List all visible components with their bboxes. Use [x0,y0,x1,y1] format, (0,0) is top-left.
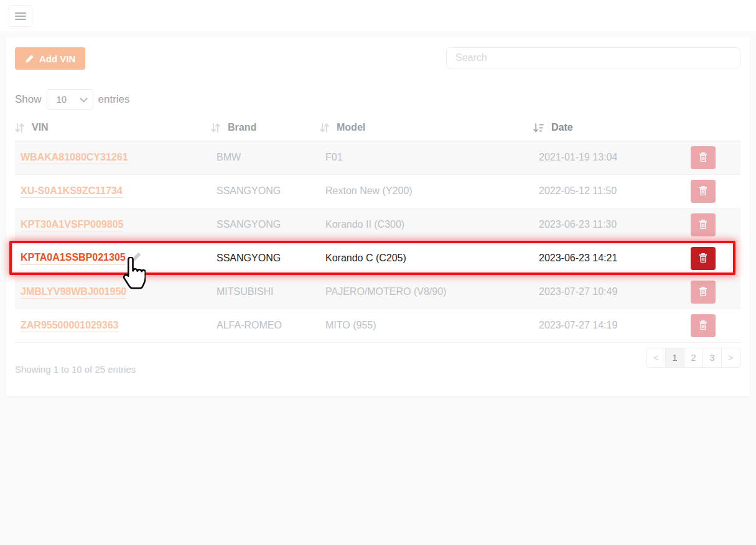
model-cell: Korando C (C205) [320,241,533,275]
brand-cell: ALFA-ROMEO [211,309,320,342]
delete-button[interactable] [691,281,716,304]
table-row: WBAKA81080CY31261 BMW F01 2021-01-19 13:… [15,141,740,174]
date-cell: 2023-07-27 10:49 [533,275,684,309]
column-header-brand[interactable]: Brand [211,115,320,141]
pagination-page-3[interactable]: 3 [702,348,722,368]
table-footer: Showing 1 to 10 of 25 entries < 1 2 3 > [15,348,740,375]
delete-button[interactable] [691,146,716,169]
column-label: Model [337,122,365,133]
vin-link[interactable]: ZAR95500001029363 [21,320,118,332]
vin-link[interactable]: JMBLYV98WBJ001950 [21,286,126,299]
pencil-icon [25,54,34,63]
table-row: XU-S0A1KS9ZC11734 SSANGYONG Rexton New (… [15,174,740,208]
trash-icon [699,185,707,197]
brand-cell: BMW [211,141,320,174]
column-label: Date [551,122,573,133]
brand-cell: MITSUBISHI [211,275,320,309]
column-label: Brand [228,122,256,133]
delete-button[interactable] [691,247,716,270]
table-row: ZAR95500001029363 ALFA-ROMEO MITO (955) … [15,309,740,342]
model-cell: Korando II (C300) [320,208,533,241]
column-header-vin[interactable]: VIN [15,115,211,141]
delete-button[interactable] [691,180,716,203]
column-label: VIN [32,122,49,133]
length-control: Show 10 entries [15,89,740,109]
pagination-next-button[interactable]: > [721,348,740,368]
trash-icon [699,320,707,332]
sort-icon [15,123,24,133]
brand-cell: SSANGYONG [211,174,320,208]
brand-cell: SSANGYONG [211,241,320,275]
hamburger-icon [15,12,26,14]
date-cell: 2021-01-19 13:04 [533,141,684,174]
date-cell: 2023-06-23 14:21 [533,241,684,275]
column-header-date[interactable]: Date [533,115,684,141]
brand-cell: SSANGYONG [211,208,320,241]
vin-table-card: Add VIN Show 10 entries [6,37,750,396]
sort-icon [320,123,329,133]
table-row: KPT30A1VSFP009805 SSANGYONG Korando II (… [15,208,740,241]
model-cell: PAJERO/MOTERO (V8/90) [320,275,533,309]
trash-icon [699,152,707,164]
date-cell: 2023-06-23 11:30 [533,208,684,241]
model-cell: F01 [320,141,533,174]
column-header-actions [684,115,740,141]
entries-select-wrap: 10 [47,89,93,109]
entries-info: Showing 1 to 10 of 25 entries [15,364,136,375]
hamburger-icon [15,19,26,20]
hamburger-menu-button[interactable] [9,5,32,27]
trash-icon [699,219,707,231]
entries-label: entries [98,93,130,106]
add-vin-label: Add VIN [39,54,75,64]
trash-icon [699,286,707,298]
hamburger-icon [15,16,26,17]
table-row-highlighted: KPTA0A1SSBP021305 SSANGYONG Korando C (C… [15,241,740,275]
model-cell: Rexton New (Y200) [320,174,533,208]
trash-icon [699,253,707,264]
add-vin-button[interactable]: Add VIN [15,47,85,70]
search-input[interactable] [446,47,740,68]
column-header-model[interactable]: Model [320,115,533,141]
date-cell: 2022-05-12 11:50 [533,174,684,208]
vin-table: VIN Brand [15,115,740,343]
delete-button[interactable] [691,314,716,337]
delete-button[interactable] [691,213,716,236]
sort-icon [211,123,220,133]
top-navbar [0,0,756,31]
pagination: < 1 2 3 > [646,348,740,368]
model-cell: MITO (955) [320,309,533,342]
table-row: JMBLYV98WBJ001950 MITSUBISHI PAJERO/MOTE… [15,275,740,309]
vin-link-target[interactable]: KPTA0A1SSBP021305 [21,252,126,264]
table-header-row: VIN Brand [15,115,740,141]
pagination-prev-button[interactable]: < [646,348,666,368]
date-cell: 2023-07-27 14:19 [533,309,684,342]
page-background: Add VIN Show 10 entries [0,31,756,403]
show-label: Show [15,93,42,106]
entries-select[interactable]: 10 [47,89,93,109]
pagination-page-2[interactable]: 2 [684,348,703,368]
vin-link[interactable]: XU-S0A1KS9ZC11734 [21,185,123,198]
sort-descending-icon [533,123,544,133]
vin-link[interactable]: KPT30A1VSFP009805 [21,219,123,231]
pagination-page-1[interactable]: 1 [665,348,684,368]
edit-pencil-icon [131,251,142,265]
vin-link[interactable]: WBAKA81080CY31261 [21,152,128,164]
toolbar: Add VIN [15,47,740,70]
